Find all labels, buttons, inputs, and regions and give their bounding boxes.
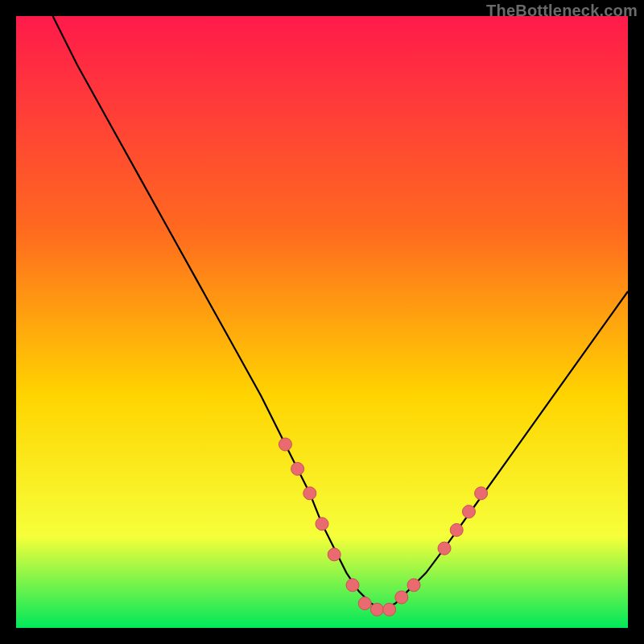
curve-marker xyxy=(358,597,371,610)
curve-marker xyxy=(303,487,316,500)
curve-marker xyxy=(395,591,408,604)
curve-marker xyxy=(450,523,463,536)
curve-marker xyxy=(316,518,328,530)
watermark-text: TheBottleneck.com xyxy=(486,2,638,20)
chart-svg xyxy=(16,16,628,628)
curve-marker xyxy=(291,462,304,475)
curve-marker xyxy=(407,579,420,592)
curve-marker xyxy=(462,506,475,518)
curve-marker xyxy=(328,548,341,561)
curve-marker xyxy=(475,487,488,500)
curve-marker xyxy=(346,579,359,592)
curve-marker xyxy=(438,542,451,555)
curve-marker xyxy=(370,603,383,616)
gradient-background xyxy=(16,16,628,628)
curve-marker xyxy=(383,603,396,616)
plot-area xyxy=(16,16,628,628)
curve-marker xyxy=(279,438,291,451)
chart-frame: TheBottleneck.com xyxy=(0,0,644,644)
